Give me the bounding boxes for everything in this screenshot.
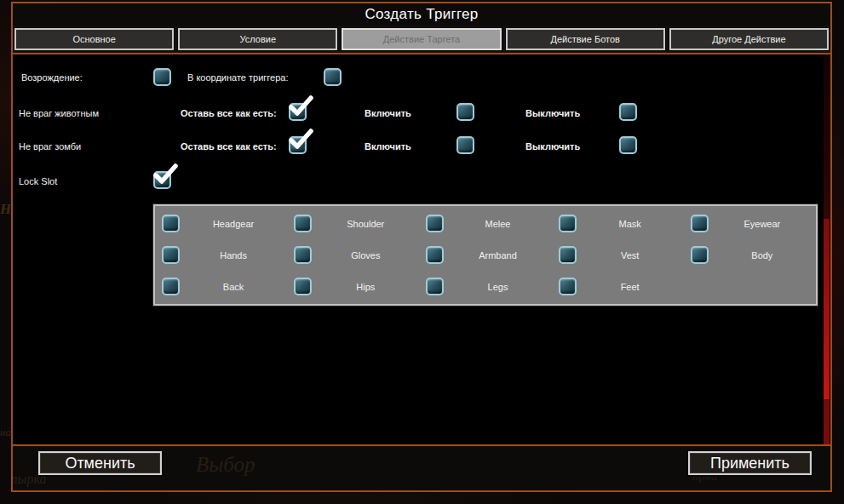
- mask-checkbox[interactable]: [559, 215, 577, 232]
- slot-cell-armband: Armband: [419, 239, 551, 271]
- slot-row: Back Hips Legs Feet: [155, 271, 816, 302]
- slot-label: Feet: [577, 282, 684, 292]
- slot-lock-panel: Headgear Shoulder Melee Mask Eyewear Han…: [153, 204, 818, 306]
- slot-row: Headgear Shoulder Melee Mask Eyewear: [155, 208, 816, 239]
- animals-keep-checkbox[interactable]: [289, 103, 307, 121]
- apply-button[interactable]: Применить: [688, 451, 812, 475]
- map-label-fragment: на: [0, 426, 11, 439]
- slot-label: Eyewear: [709, 219, 816, 229]
- zombie-disable-checkbox[interactable]: [619, 136, 637, 154]
- gloves-checkbox[interactable]: [294, 246, 312, 264]
- zombie-keep-checkbox[interactable]: [289, 136, 307, 154]
- vertical-scrollbar-track: [824, 54, 830, 446]
- slot-label: Armband: [444, 250, 551, 261]
- slot-label: Hips: [312, 282, 419, 292]
- vest-checkbox[interactable]: [559, 246, 577, 264]
- at-trigger-coord-checkbox[interactable]: [324, 68, 342, 86]
- armband-checkbox[interactable]: [426, 246, 444, 264]
- hips-checkbox[interactable]: [294, 278, 312, 295]
- slot-cell-hips: Hips: [287, 271, 419, 302]
- slot-cell-legs: Legs: [419, 271, 551, 302]
- tab-bots-action[interactable]: Действие Ботов: [506, 28, 665, 50]
- tab-target-action[interactable]: Действие Таргета: [342, 28, 501, 50]
- disable-label: Выключить: [525, 108, 580, 118]
- slot-label: Legs: [444, 282, 551, 292]
- dialog-footer: Выбор атырка орка Отменить Применить: [13, 444, 830, 489]
- not-enemy-zombie-label: Не враг зомби: [19, 141, 81, 152]
- enable-label: Включить: [365, 141, 411, 152]
- slot-cell-melee: Melee: [419, 208, 551, 239]
- slot-label: Melee: [444, 219, 551, 229]
- tab-bar: Основное Условие Действие Таргета Действ…: [13, 26, 830, 53]
- create-trigger-dialog: Создать Триггер Основное Условие Действи…: [11, 2, 832, 492]
- slot-label: Vest: [577, 250, 684, 261]
- hands-checkbox[interactable]: [162, 246, 180, 264]
- zombie-enable-checkbox[interactable]: [456, 136, 474, 154]
- cancel-button[interactable]: Отменить: [38, 451, 162, 475]
- slot-cell-eyewear: Eyewear: [684, 208, 816, 239]
- keep-as-is-label: Оставь все как есть:: [181, 141, 277, 152]
- slot-cell-empty: [684, 271, 816, 302]
- slot-label: Gloves: [312, 250, 419, 261]
- not-enemy-animals-label: Не враг животным: [19, 108, 99, 118]
- slot-cell-feet: Feet: [552, 271, 684, 302]
- tab-condition[interactable]: Условие: [178, 28, 337, 50]
- vertical-scrollbar-thumb[interactable]: [824, 219, 830, 399]
- slot-label: Body: [709, 250, 816, 261]
- animals-enable-checkbox[interactable]: [456, 103, 474, 121]
- lock-slot-label: Lock Slot: [19, 176, 57, 186]
- at-trigger-coord-label: В координате триггера:: [187, 72, 289, 83]
- respawn-label: Возрождение:: [21, 72, 83, 83]
- slot-cell-back: Back: [155, 271, 287, 302]
- melee-checkbox[interactable]: [426, 215, 444, 232]
- disable-label: Выключить: [525, 141, 580, 152]
- slot-row: Hands Gloves Armband Vest Body: [155, 239, 816, 271]
- tab-main[interactable]: Основное: [14, 28, 174, 50]
- respawn-checkbox[interactable]: [153, 68, 171, 86]
- slot-label: Headgear: [180, 219, 287, 229]
- dialog-title: Создать Триггер: [13, 3, 830, 26]
- feet-checkbox[interactable]: [559, 278, 577, 295]
- shoulder-checkbox[interactable]: [294, 215, 312, 232]
- slot-cell-vest: Vest: [552, 239, 684, 271]
- slot-cell-mask: Mask: [552, 208, 684, 239]
- legs-checkbox[interactable]: [426, 278, 444, 295]
- enable-label: Включить: [365, 108, 411, 118]
- slot-label: Hands: [180, 250, 287, 261]
- slot-cell-body: Body: [684, 239, 816, 271]
- map-label-fragment: Выбор: [196, 453, 255, 477]
- lock-slot-checkbox[interactable]: [153, 171, 171, 189]
- slot-cell-shoulder: Shoulder: [287, 208, 419, 239]
- headgear-checkbox[interactable]: [162, 215, 180, 232]
- back-checkbox[interactable]: [162, 278, 180, 295]
- slot-cell-hands: Hands: [155, 239, 287, 271]
- slot-label: Mask: [577, 219, 684, 229]
- slot-label: Shoulder: [312, 219, 419, 229]
- animals-disable-checkbox[interactable]: [619, 103, 637, 121]
- slot-cell-headgear: Headgear: [155, 208, 287, 239]
- keep-as-is-label: Оставь все как есть:: [181, 108, 277, 118]
- tab-other-action[interactable]: Другое Действие: [669, 28, 829, 50]
- body-checkbox[interactable]: [691, 246, 709, 264]
- slot-cell-gloves: Gloves: [287, 239, 419, 271]
- eyewear-checkbox[interactable]: [691, 215, 709, 232]
- target-action-panel: Возрождение: В координате триггера: Не в…: [13, 53, 830, 444]
- slot-label: Back: [180, 282, 287, 292]
